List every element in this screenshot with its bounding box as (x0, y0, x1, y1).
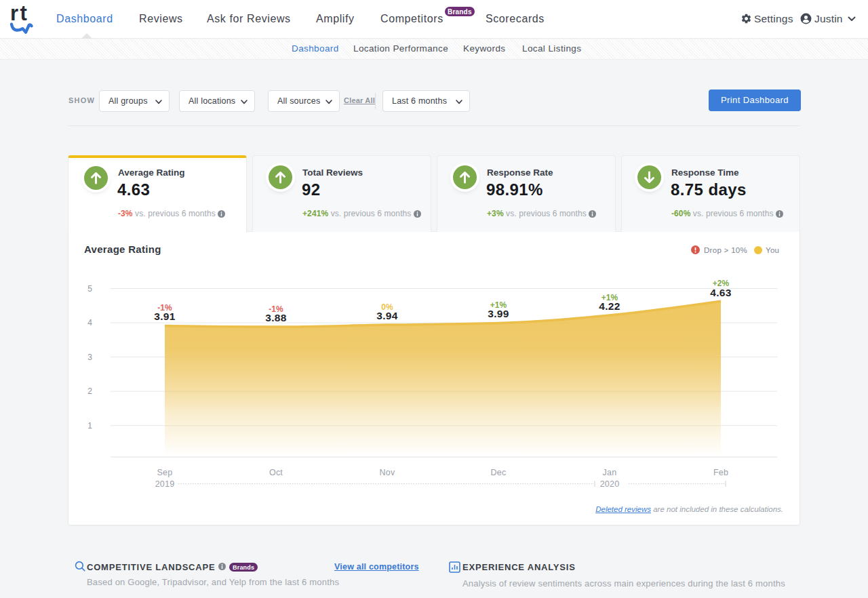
svg-text:Oct: Oct (269, 468, 283, 477)
svg-text:4: 4 (87, 318, 92, 327)
svg-text:Sep: Sep (157, 468, 173, 477)
svg-text:Feb: Feb (713, 468, 728, 477)
svg-text:4.63: 4.63 (710, 287, 731, 298)
svg-text:3.91: 3.91 (154, 311, 175, 322)
svg-text:5: 5 (87, 284, 92, 294)
svg-text:2: 2 (87, 386, 92, 396)
svg-text:4.22: 4.22 (599, 300, 620, 312)
svg-text:2019: 2019 (155, 479, 175, 489)
svg-text:3: 3 (87, 353, 92, 362)
svg-text:1: 1 (87, 421, 92, 431)
svg-text:Nov: Nov (380, 468, 395, 477)
svg-text:Dec: Dec (491, 468, 507, 477)
svg-text:rt: rt (10, 1, 28, 25)
svg-text:3.99: 3.99 (488, 308, 509, 319)
svg-text:3.88: 3.88 (265, 312, 286, 323)
svg-text:3.94: 3.94 (376, 310, 397, 321)
svg-text:2020: 2020 (600, 479, 620, 489)
svg-text:Jan: Jan (603, 468, 617, 477)
